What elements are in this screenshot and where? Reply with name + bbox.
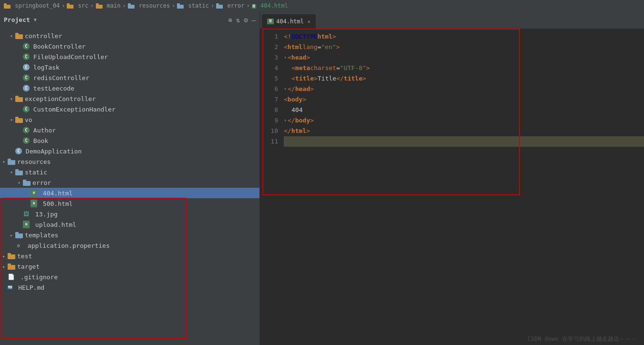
settings-icon[interactable]: ⚙ [244, 16, 248, 24]
html-file-icon-500: H [31, 200, 37, 207]
class-icon: C [23, 53, 30, 60]
toggle-test[interactable]: ▸ [0, 254, 8, 259]
hide-icon[interactable]: — [252, 16, 256, 24]
props-file-icon: ⚙ [15, 242, 22, 249]
gitignore-icon: 📄 [8, 274, 15, 280]
tree-folder-static[interactable]: ▾ static [0, 167, 260, 177]
image-file-icon: 🖼 [23, 211, 30, 217]
folder-icon-templates [15, 232, 23, 238]
collapse-icon[interactable]: ⇅ [236, 16, 240, 24]
tree-class-rediscontroller[interactable]: C redisController [0, 72, 260, 83]
tree-class-customexceptionhandler[interactable]: C CustomExceptionHandler [0, 104, 260, 114]
tree-file-13jpg[interactable]: 🖼 13.jpg [0, 209, 260, 219]
folder-icon-test [8, 253, 15, 259]
tree-file-applicationproperties[interactable]: ⚙ application.properties [0, 240, 260, 251]
code-line-9: ▾</body> [284, 115, 644, 126]
tree-label: test [17, 253, 32, 260]
toggle-controller[interactable]: ▾ [8, 33, 15, 39]
tree-folder-vo[interactable]: ▾ vo [0, 114, 260, 125]
watermark: CSDN @owo 在学习的路上越走越远～～～ [528, 335, 636, 343]
tree-class-bookcontroller[interactable]: C BookController [0, 41, 260, 51]
svg-rect-22 [23, 181, 31, 186]
code-lines: <!DOCTYPE html> <html lang="en"> ▾<head>… [284, 30, 644, 343]
class-icon: C [23, 43, 30, 50]
code-line-11 [284, 136, 644, 147]
tab-close-button[interactable]: × [308, 19, 311, 24]
class-icon: C [23, 127, 30, 133]
svg-rect-12 [15, 34, 23, 39]
svg-rect-20 [15, 171, 23, 175]
tree-file-uploadhtml[interactable]: H upload.html [0, 219, 260, 230]
tree-class-fileuploadcontroller[interactable]: C FileUploadController [0, 51, 260, 62]
tree-folder-target[interactable]: ▸ target [0, 261, 260, 272]
code-editor: 1 2 3 4 5 6 7 8 9 10 11 <!DOCTYPE html> [260, 29, 644, 345]
svg-rect-17 [15, 117, 19, 119]
tree-label: error [32, 179, 51, 186]
svg-rect-10 [216, 5, 223, 9]
svg-rect-19 [8, 159, 11, 161]
code-line-6: ▾</head> [284, 84, 644, 94]
code-line-2: <html lang="en"> [284, 42, 644, 52]
tree-class-author[interactable]: C Author [0, 125, 260, 135]
tree-label: HELP.md [18, 284, 44, 291]
tree-label: BookController [33, 43, 86, 50]
folder-icon-exceptioncontroller [15, 96, 23, 102]
tree-label: DemoApplication [26, 148, 82, 155]
tree-file-500html[interactable]: H 500.html [0, 198, 260, 209]
toggle-templates[interactable]: ▸ [8, 233, 15, 238]
tree-label: redisController [33, 74, 89, 81]
svg-rect-16 [15, 118, 23, 123]
tree-folder-resources[interactable]: ▾ resources [0, 156, 260, 167]
svg-rect-5 [96, 3, 99, 5]
code-line-3: ▾<head> [284, 52, 644, 63]
toggle-error[interactable]: ▾ [15, 180, 23, 185]
code-line-7: <body> [284, 94, 644, 105]
tree-file-gitignore[interactable]: 📄 .gitignore [0, 272, 260, 282]
svg-rect-18 [8, 160, 15, 165]
md-file-icon: MD [8, 285, 12, 289]
folder-icon-error [23, 180, 31, 186]
tree-label: 13.jpg [35, 211, 58, 218]
toggle-target[interactable]: ▸ [0, 264, 8, 269]
tree-label: controller [25, 32, 62, 40]
line-numbers: 1 2 3 4 5 6 7 8 9 10 11 [260, 30, 284, 343]
breadcrumb-project: springboot_04 [4, 2, 60, 9]
toggle-vo[interactable]: ▾ [8, 117, 15, 122]
tree-folder-controller[interactable]: ▾ controller [0, 30, 260, 41]
tree-label: FileUploadController [33, 53, 108, 61]
svg-rect-26 [8, 254, 15, 259]
toggle-static[interactable]: ▾ [8, 170, 15, 175]
tree-folder-test[interactable]: ▸ test [0, 251, 260, 261]
tree-label: .gitignore [21, 274, 58, 281]
class-icon: C [23, 106, 30, 112]
svg-rect-14 [15, 97, 23, 102]
tree-class-logtask[interactable]: C logTask [0, 62, 260, 72]
tree-folder-exceptioncontroller[interactable]: ▾ exceptionController [0, 93, 260, 104]
tree-label: target [17, 263, 40, 270]
tree-label: Book [33, 137, 48, 144]
svg-rect-3 [67, 3, 70, 5]
svg-rect-6 [128, 5, 135, 9]
tree-file-404html[interactable]: H 404.html [0, 188, 260, 198]
project-dropdown-icon[interactable]: ▼ [34, 17, 37, 22]
svg-rect-13 [15, 33, 19, 35]
svg-rect-8 [177, 5, 184, 9]
tree-class-demoapplication[interactable]: C DemoApplication [0, 146, 260, 156]
tree-label: Author [33, 127, 56, 134]
tree-folder-error[interactable]: ▾ error [0, 177, 260, 188]
add-icon[interactable]: ⊕ [228, 16, 232, 24]
tab-404-html[interactable]: H 404.html × [262, 14, 316, 29]
tree-folder-templates[interactable]: ▸ templates [0, 230, 260, 240]
tree-label: application.properties [28, 242, 110, 249]
svg-rect-7 [128, 3, 131, 5]
svg-rect-2 [67, 5, 73, 9]
tree-class-testleecode[interactable]: C testLeecode [0, 83, 260, 93]
class-icon: C [23, 85, 30, 91]
tree-label: CustomExceptionHandler [33, 106, 115, 113]
folder-icon-controller [15, 33, 23, 39]
toggle-exceptioncontroller[interactable]: ▾ [8, 96, 15, 101]
tree-class-book[interactable]: C Book [0, 135, 260, 146]
toggle-resources[interactable]: ▾ [0, 159, 8, 164]
tree-file-helpmd[interactable]: MD HELP.md [0, 282, 260, 293]
html-file-icon-404: H [31, 189, 37, 197]
